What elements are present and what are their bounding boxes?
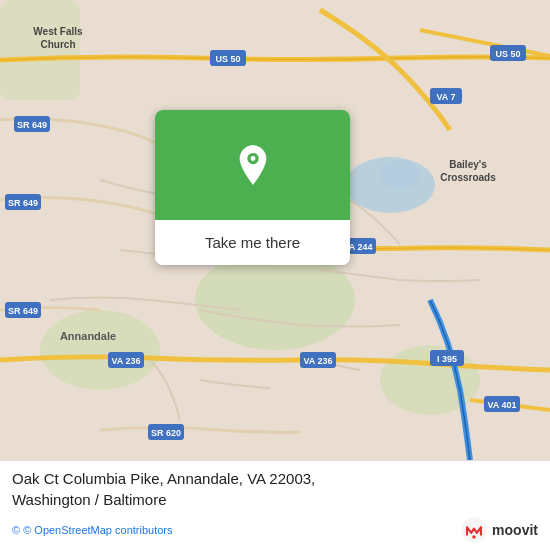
svg-text:US 50: US 50 [215,54,240,64]
address-text: Oak Ct Columbia Pike, Annandale, VA 2200… [12,468,538,510]
svg-point-40 [250,156,255,161]
svg-point-42 [472,535,476,539]
svg-rect-4 [0,0,80,100]
svg-text:VA 7: VA 7 [436,92,455,102]
moovit-logo: moovit [460,516,538,544]
osm-credit: © © OpenStreetMap contributors [12,524,173,536]
moovit-icon [460,516,488,544]
location-popup: Take me there [155,110,350,265]
svg-text:West Falls: West Falls [33,26,83,37]
svg-text:SR 620: SR 620 [151,428,181,438]
take-me-there-button[interactable]: Take me there [155,220,350,265]
svg-text:VA 236: VA 236 [303,356,332,366]
address-line2: Washington / Baltimore [12,491,167,508]
svg-text:VA 236: VA 236 [111,356,140,366]
svg-text:SR 649: SR 649 [17,120,47,130]
svg-text:Annandale: Annandale [60,330,116,342]
moovit-text: moovit [492,522,538,538]
svg-point-6 [380,161,420,189]
svg-text:US 50: US 50 [495,49,520,59]
svg-point-2 [40,310,160,390]
osm-credit-text: © OpenStreetMap contributors [23,524,172,536]
svg-text:VA 401: VA 401 [487,400,516,410]
svg-text:Crossroads: Crossroads [440,172,496,183]
svg-text:I 395: I 395 [437,354,457,364]
location-pin-icon [232,144,274,186]
svg-point-1 [195,250,355,350]
address-line1: Oak Ct Columbia Pike, Annandale, VA 2200… [12,470,315,487]
svg-text:SR 649: SR 649 [8,306,38,316]
bottom-bar: Oak Ct Columbia Pike, Annandale, VA 2200… [0,460,550,550]
map-container: US 50 VA 7 US 50 SR 649 SR 649 SR 649 VA… [0,0,550,460]
svg-text:SR 649: SR 649 [8,198,38,208]
osm-copyright-icon: © [12,524,20,536]
svg-text:Bailey's: Bailey's [449,159,487,170]
popup-map-area [155,110,350,220]
svg-text:Church: Church [41,39,76,50]
